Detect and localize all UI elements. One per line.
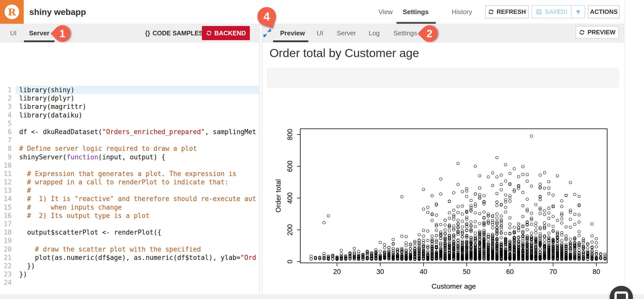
tab-view[interactable]: View [379,0,393,24]
code-text: # [16,186,259,195]
code-text: # 1) It is "reactive" and therefore shou… [16,195,259,203]
code-text: shinyServer(function(input, output) { [16,153,259,161]
panel-splitter[interactable] [259,24,262,295]
svg-text:Order total: Order total [274,179,282,212]
line-number: 16 [0,212,16,220]
code-line[interactable]: 18 output$scatterPlot <- renderPlot({ [0,228,259,237]
line-number: 13 [0,186,16,195]
line-number: 12 [0,178,16,186]
scatter-plot: 20304050607080Customer age0200400600800O… [265,121,623,297]
code-text: plot(as.numeric(df$age), as.numeric(df$t… [16,254,259,262]
code-line[interactable]: 24 [0,279,259,287]
logo-letter: R [8,6,16,18]
line-number: 5 [0,119,16,128]
code-line[interactable]: 20 # draw the scatter plot with the spec… [0,245,259,254]
line-number: 21 [0,254,16,262]
active-tab-underline [396,22,436,24]
code-line[interactable]: 17 [0,220,259,228]
panel-tabs-bar [0,24,624,42]
save-dropdown-caret[interactable]: ▼ [571,6,585,18]
svg-text:Customer age: Customer age [432,282,476,290]
expand-preview-icon[interactable] [263,29,272,37]
line-number: 19 [0,237,16,245]
bottom-strip [0,295,644,299]
code-text: library(shiny) [16,86,259,94]
line-number: 10 [0,161,16,170]
code-text: # draw the scatter plot with the specifi… [16,245,259,254]
code-line[interactable]: 13 # [0,186,259,195]
code-text [16,136,259,144]
svg-text:80: 80 [593,268,600,276]
line-number: 7 [0,136,16,144]
code-line[interactable]: 22 }) [0,262,259,270]
left-tab-ui[interactable]: UI [10,24,17,42]
line-number: 22 [0,262,16,270]
code-samples-button[interactable]: {}CODE SAMPLES [145,24,203,42]
line-number: 20 [0,245,16,254]
line-number: 14 [0,195,16,203]
right-tab-settings[interactable]: Settings [393,24,417,42]
code-line[interactable]: 14 # 1) It is "reactive" and therefore s… [0,195,259,203]
save-floppy-icon [536,9,542,15]
code-line[interactable]: 15 # when inputs change [0,203,259,212]
app-logo: R [0,0,24,24]
tab-history[interactable]: History [452,0,472,24]
code-line[interactable]: 8# Define server logic required to draw … [0,144,259,153]
svg-text:20: 20 [333,268,341,276]
code-line[interactable]: 4library(dataiku) [0,111,259,119]
line-number: 17 [0,220,16,228]
code-text [16,279,259,287]
code-text: # Expression that generates a plot. The … [16,170,259,178]
preview-input-well[interactable] [267,68,619,88]
saved-button[interactable]: SAVED! ▼ [531,5,585,18]
svg-text:30: 30 [377,268,384,276]
backend-button[interactable]: BACKEND [202,26,250,40]
refresh-icon [488,9,494,15]
preview-tab-underline [273,40,308,42]
right-tab-log[interactable]: Log [369,24,380,42]
preview-label: PREVIEW [587,29,615,36]
line-number: 8 [0,144,16,153]
preview-button[interactable]: PREVIEW [576,26,619,39]
line-number: 1 [0,86,16,94]
refresh-button[interactable]: REFRESH [485,5,529,18]
svg-text:60: 60 [506,268,514,276]
code-line[interactable]: 21 plot(as.numeric(df$age), as.numeric(d… [0,254,259,262]
braces-icon: {} [145,30,150,37]
code-line[interactable]: 16 # 2) Its output type is a plot [0,212,259,220]
code-line[interactable]: 5 [0,119,259,128]
line-number: 15 [0,203,16,212]
code-text: }) [16,270,259,279]
code-text [16,220,259,228]
right-tab-ui[interactable]: UI [317,24,323,42]
code-line[interactable]: 2library(dplyr) [0,94,259,103]
right-tab-preview[interactable]: Preview [280,24,305,42]
code-line[interactable]: 9shinyServer(function(input, output) { [0,153,259,161]
code-line[interactable]: 23}) [0,270,259,279]
right-tab-server[interactable]: Server [337,24,356,42]
code-line[interactable]: 7 [0,136,259,144]
code-line[interactable]: 19 [0,237,259,245]
code-line[interactable]: 11 # Expression that generates a plot. T… [0,170,259,178]
code-text: output$scatterPlot <- renderPlot({ [16,228,259,237]
line-number: 2 [0,94,16,103]
code-line[interactable]: 12 # wrapped in a call to renderPlot to … [0,178,259,186]
tab-settings[interactable]: Settings [403,0,429,24]
code-text: # wrapped in a call to renderPlot to ind… [16,178,259,186]
code-text [16,161,259,170]
code-text [16,237,259,245]
code-line[interactable]: 6df <- dkuReadDataset("Orders_enriched_p… [0,128,259,136]
svg-text:40: 40 [420,268,427,276]
code-text: # 2) Its output type is a plot [16,212,259,220]
code-text: }) [16,262,259,270]
saved-label: SAVED! [545,8,568,15]
code-lines: 1library(shiny)2library(dplyr)3library(m… [0,86,259,287]
code-editor[interactable]: 1library(shiny)2library(dplyr)3library(m… [0,42,259,295]
shiny-r-icon: R [5,5,19,19]
code-line[interactable]: 1library(shiny) [0,86,259,94]
actions-button[interactable]: ACTIONS [588,5,620,18]
code-text: df <- dkuReadDataset("Orders_enriched_pr… [16,128,259,136]
left-tab-server[interactable]: Server [29,24,49,42]
code-line[interactable]: 10 [0,161,259,170]
code-line[interactable]: 3library(magrittr) [0,103,259,111]
